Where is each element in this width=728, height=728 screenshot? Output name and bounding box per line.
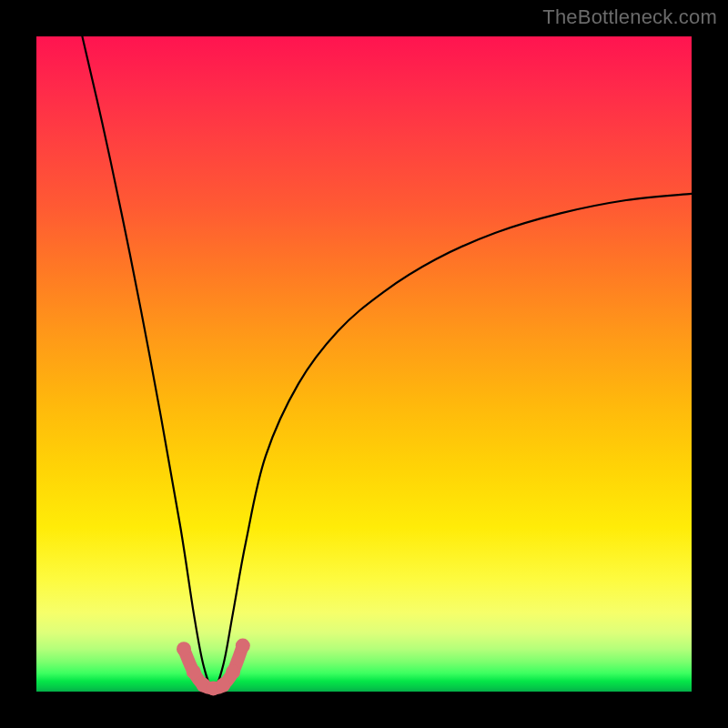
- accent-dot: [216, 678, 230, 693]
- chart-frame: TheBottleneck.com: [0, 0, 728, 728]
- accent-dot: [177, 642, 191, 656]
- plot-area: [36, 36, 692, 692]
- bottleneck-curve: [82, 36, 692, 688]
- curve-svg: [36, 36, 692, 692]
- accent-dot: [226, 664, 240, 679]
- watermark-text: TheBottleneck.com: [542, 5, 717, 29]
- accent-dot: [187, 664, 201, 679]
- accent-dot: [236, 639, 250, 653]
